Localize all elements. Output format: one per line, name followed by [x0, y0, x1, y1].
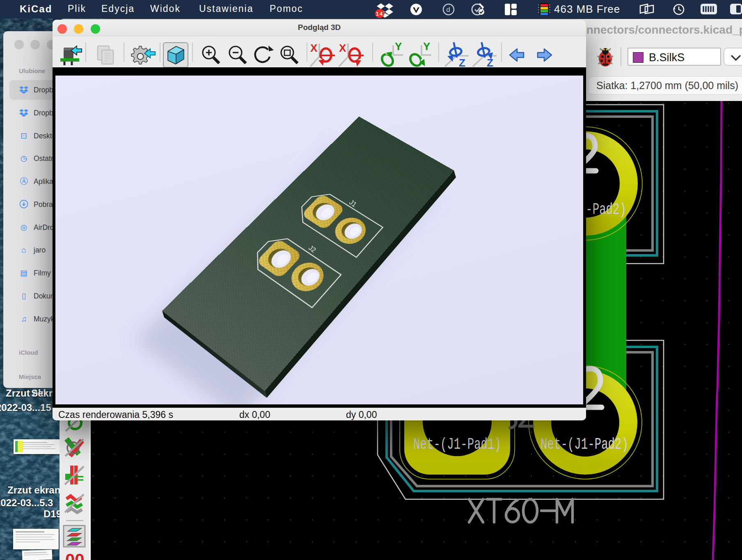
svg-text:Y: Y [423, 40, 430, 53]
svg-text:d: d [446, 6, 451, 14]
svg-text:Net-(J1-Pad2): Net-(J1-Pad2) [540, 436, 628, 453]
svg-text:Y: Y [395, 40, 402, 53]
svg-text:14: 14 [376, 11, 383, 17]
svg-text:X: X [339, 42, 346, 54]
svg-text:Z: Z [487, 57, 493, 67]
svg-text:Z: Z [459, 57, 465, 67]
svg-text:X: X [310, 42, 318, 54]
svg-text:Net-(J1-Pad1): Net-(J1-Pad1) [413, 436, 501, 453]
svg-text:00: 00 [65, 550, 85, 560]
